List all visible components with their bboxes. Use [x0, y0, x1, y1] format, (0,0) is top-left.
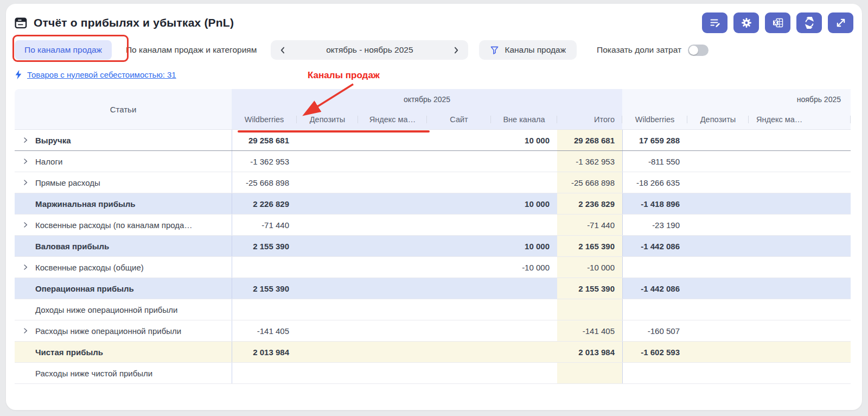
value-cell: -18 266 635: [622, 172, 687, 193]
column-header-oct-5[interactable]: Вне канала: [491, 110, 557, 129]
value-cell: [358, 215, 427, 235]
table-row: Операционная прибыль2 155 3902 155 390-1…: [15, 278, 851, 299]
controls-row: По каналам продаж По каналам продаж и ка…: [6, 40, 862, 60]
row-label: Расходы ниже чистой прибыли: [35, 369, 152, 378]
table-row: Прямые расходы-25 668 898-25 668 898-18 …: [15, 172, 851, 193]
value-cell: [749, 320, 851, 341]
expand-icon[interactable]: [828, 12, 853, 33]
value-cell: [557, 363, 622, 383]
column-header-nov-2[interactable]: Депозиты: [687, 110, 749, 129]
value-cell: 2 155 390: [232, 278, 297, 299]
column-header-oct-6[interactable]: Итого: [557, 110, 622, 129]
column-header-oct-3[interactable]: Яндекс ма…: [358, 110, 427, 129]
value-cell: -71 440: [557, 215, 622, 235]
value-cell: 2 236 829: [557, 193, 622, 214]
row-expand-chevron-icon[interactable]: [23, 222, 29, 228]
column-header-oct-1[interactable]: Wildberries: [232, 110, 297, 129]
column-header-nov-1[interactable]: Wildberries: [622, 110, 687, 129]
column-header-nov-3[interactable]: Яндекс ма…: [749, 110, 851, 129]
value-cell: 17 659 288: [622, 130, 687, 150]
value-cell: 10 000: [491, 193, 557, 214]
row-label-cell: Расходы ниже чистой прибыли: [15, 363, 232, 383]
value-cell: [622, 257, 687, 278]
row-expand-chevron-icon[interactable]: [23, 179, 29, 186]
value-cell: [491, 278, 557, 299]
row-expand-chevron-icon[interactable]: [23, 158, 29, 165]
value-cell: -1 362 953: [232, 151, 297, 172]
sales-channels-filter-button[interactable]: Каналы продаж: [479, 40, 577, 60]
value-cell: -25 668 898: [557, 172, 622, 193]
table-row: Валовая прибыль2 155 39010 0002 165 390-…: [15, 236, 851, 257]
value-cell: -160 507: [622, 320, 687, 341]
value-cell: [491, 320, 557, 341]
value-cell: [749, 130, 851, 150]
table-row: Расходы ниже операционной прибыли-141 40…: [15, 320, 851, 342]
tab-by-sales-channels[interactable]: По каналам продаж: [15, 40, 112, 60]
row-label: Выручка: [35, 136, 71, 145]
value-cell: -1 442 086: [622, 236, 687, 256]
value-cell: [427, 151, 491, 172]
period-next-icon[interactable]: [452, 47, 459, 54]
row-expand-chevron-icon[interactable]: [23, 137, 29, 143]
value-cell: 10 000: [491, 236, 557, 256]
value-cell: [749, 236, 851, 256]
column-header-oct-4[interactable]: Сайт: [427, 110, 491, 129]
value-cell: [297, 236, 358, 256]
row-expand-chevron-icon[interactable]: [23, 327, 29, 334]
value-cell: [557, 299, 622, 320]
value-cell: [358, 236, 427, 256]
settings-icon[interactable]: [733, 12, 759, 33]
row-label: Операционная прибыль: [35, 284, 134, 293]
value-cell: [358, 363, 427, 383]
cost-share-toggle[interactable]: [688, 45, 709, 56]
value-cell: [297, 320, 358, 341]
value-cell: [358, 278, 427, 299]
refresh-icon[interactable]: [796, 12, 822, 33]
value-cell: [427, 172, 491, 193]
value-cell: -71 440: [232, 215, 297, 235]
row-label-cell: Маржинальная прибыль: [15, 193, 232, 214]
row-label-cell: Расходы ниже операционной прибыли: [15, 320, 232, 341]
value-cell: 2 013 984: [232, 342, 297, 362]
table-row: Налоги-1 362 953-1 362 953-811 550: [15, 151, 851, 172]
row-label-cell: Чистая прибыль: [15, 342, 232, 362]
excel-export-icon[interactable]: X: [765, 12, 790, 33]
value-cell: 29 258 681: [232, 130, 297, 150]
value-cell: -1 442 086: [622, 278, 687, 299]
value-cell: 2 226 829: [232, 193, 297, 214]
filter-label: Каналы продаж: [505, 45, 566, 55]
value-cell: [491, 299, 557, 320]
value-cell: [358, 299, 427, 320]
value-cell: -10 000: [557, 257, 622, 278]
value-cell: [297, 130, 358, 150]
row-label-cell: Валовая прибыль: [15, 236, 232, 256]
table-row: Чистая прибыль2 013 9842 013 984-1 602 5…: [15, 342, 851, 363]
period-value: октябрь - ноябрь 2025: [326, 45, 413, 55]
value-cell: [687, 299, 749, 320]
table-row: Расходы ниже чистой прибыли: [15, 363, 851, 384]
value-cell: [358, 151, 427, 172]
value-cell: -10 000: [491, 257, 557, 278]
value-cell: [427, 320, 491, 341]
report-icon: [15, 17, 27, 29]
value-cell: [358, 342, 427, 362]
period-prev-icon[interactable]: [279, 47, 286, 54]
edit-icon[interactable]: [702, 12, 727, 33]
value-cell: [427, 215, 491, 235]
value-cell: [297, 363, 358, 383]
zero-cost-products-link[interactable]: Товаров с нулевой себестоимостью: 31: [27, 70, 176, 79]
value-cell: [749, 172, 851, 193]
column-header-oct-2[interactable]: Депозиты: [297, 110, 358, 129]
value-cell: [687, 236, 749, 256]
value-cell: [358, 257, 427, 278]
value-cell: [232, 363, 297, 383]
row-label: Налоги: [35, 157, 62, 166]
table-row: Доходы ниже операционной прибыли: [15, 299, 851, 320]
pnl-table: Статьиоктябрь 2025WildberriesДепозитыЯнд…: [15, 89, 851, 384]
value-cell: [427, 299, 491, 320]
value-cell: [297, 299, 358, 320]
tab-by-channels-and-categories[interactable]: По каналам продаж и категориям: [124, 40, 259, 60]
row-expand-chevron-icon[interactable]: [23, 264, 29, 270]
value-cell: [427, 193, 491, 214]
toggle-knob: [689, 46, 698, 55]
